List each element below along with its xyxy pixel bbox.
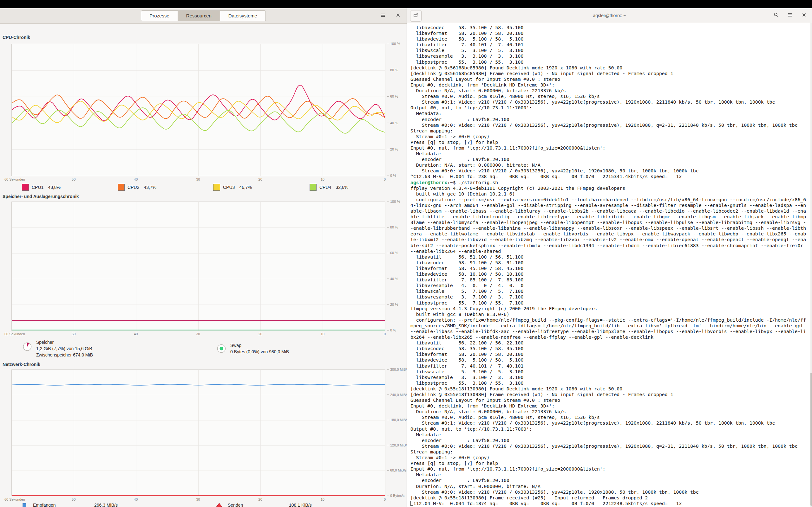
terminal-line: libavfilter 7. 40.101 / 7. 40.101 [410, 42, 812, 48]
terminal-line: configuration: --prefix=/home/nle/ffmpeg… [410, 317, 812, 323]
x-axis-label: 10 [321, 177, 324, 181]
terminal-line: libswresample 3. 7.100 / 3. 7.100 [410, 294, 812, 300]
terminal-cursor [410, 501, 413, 506]
terminal-line: Duration: N/A, start: 0.000000, bitrate:… [410, 162, 812, 168]
cpu-legend-value: 43,8% [48, 185, 61, 190]
terminal-line: encoder : Lavf58.20.100 [410, 157, 812, 162]
terminal-line: Stream #0:0: Audio: pcm_s16le, 48000 Hz,… [410, 94, 812, 99]
tab-prozesse[interactable]: Prozesse [141, 10, 178, 21]
tab-dateisysteme[interactable]: Dateisysteme [220, 10, 266, 21]
terminal-line: Stream #0:0: Video: v210 (V210 / 0x30313… [410, 168, 812, 174]
terminal-line: libavcodec 58. 35.100 / 58. 35.100 [410, 25, 812, 31]
terminal-line: built with gcc 8 (Debian 8.3.0-6) [410, 312, 812, 317]
terminal-line: ble-sdl2 --enable-pocketsphinx --enable-… [410, 243, 812, 248]
terminal-line: [decklink @ 0x56168bc85980] Found Deckli… [410, 65, 812, 71]
y-axis-label: 100 % [387, 42, 400, 46]
terminal-menu-button[interactable] [785, 10, 796, 21]
terminal-line: Stream #0:1: Video: v210 (V210 / 0x30313… [410, 99, 812, 105]
x-axis-label: 40 [134, 498, 138, 501]
x-axis-label: 20 [258, 177, 262, 181]
terminal-line: Stream mapping: [410, 449, 812, 455]
memory-y-axis: 100 %80 %60 %40 %20 %0 % [387, 202, 406, 330]
terminal-line: Press [q] to stop, [?] for help [410, 139, 812, 145]
x-axis-label: 50 [72, 177, 75, 181]
terminal-line: ble-libflite --enable-libfontconfig --en… [410, 214, 812, 220]
cpu-legend-label: CPU1 [32, 185, 44, 190]
terminal-line: Duration: N/A, start: 0.000000, bitrate:… [410, 484, 812, 489]
swap-legend: Swap 0 Bytes (0,0%) von 980,0 MiB [216, 339, 289, 355]
network-x-axis: 60 Sekunden50403020100 [11, 498, 385, 502]
cpu-color-swatch [213, 184, 220, 191]
y-axis-label: 20 % [387, 302, 398, 306]
terminal-line: libpostproc 55. 7.100 / 55. 7.100 [410, 300, 812, 306]
cpu-legend-item: CPU143,8% [22, 184, 61, 191]
terminal-line: Metadata: [410, 472, 812, 477]
send-rate-value: 108,1 KiB/s [289, 502, 312, 507]
menu-button[interactable] [377, 10, 388, 21]
terminal-line: -enable-librubberband --enable-libshine … [410, 225, 812, 231]
network-receive-legend: Empfangen 266,3 MiB/s Insgesamt empfange… [20, 502, 118, 507]
x-axis-label: 0 [384, 498, 386, 501]
terminal-line: libavutil 56. 51.100 / 56. 51.100 [410, 254, 812, 260]
send-label: Senden [228, 502, 287, 507]
terminal-line: libavformat 58. 20.100 / 58. 20.100 [410, 31, 812, 36]
network-chart-canvas [12, 370, 385, 496]
terminal-line: eora --enable-libtwolame --enable-libvid… [410, 231, 812, 237]
y-axis-label: 60 % [387, 251, 398, 255]
terminal-line: encoder : Lavf58.20.100 [410, 438, 812, 443]
terminal-line: [decklink @ 0x55e18f130980] Found Deckli… [410, 386, 812, 392]
terminal-line: Stream #0:1: Video: v210 (V210 / 0x30313… [410, 420, 812, 426]
terminal-scrollbar[interactable] [810, 23, 812, 507]
terminal-line: libavcodec 58. 35.100 / 58. 35.100 [410, 346, 812, 351]
terminal-scrollbar-thumb[interactable] [810, 373, 812, 506]
memory-chart-title: Speicher- und Auslagerungschronik [3, 194, 79, 199]
terminal-line: libavfilter 7. 40.101 / 7. 40.101 [410, 363, 812, 369]
terminal-line: encoder : Lavf58.20.100 [410, 117, 812, 122]
y-axis-label: 40 % [387, 277, 398, 281]
swap-legend-title: Swap [230, 342, 289, 349]
system-monitor-headerbar: Prozesse Ressourcen Dateisysteme [0, 8, 407, 24]
memory-pie-icon [22, 342, 32, 358]
cpu-chart-title: CPU-Chronik [3, 35, 30, 40]
memory-legend: Speicher 1,2 GiB (7,7%) von 15,6 GiB Zwi… [22, 339, 93, 358]
network-chart [11, 370, 386, 496]
terminal-line: libavcodec 58. 91.100 / 58. 91.100 [410, 260, 812, 266]
terminal-line: Stream #0:0: Audio: pcm_s16le, 48000 Hz,… [410, 414, 812, 420]
x-axis-label: 60 Sekunden [4, 177, 25, 181]
terminal-line: Guessed Channel Layout for Input Stream … [410, 76, 812, 82]
swap-usage-value: 0 Bytes (0,0%) von 980,0 MiB [230, 349, 289, 355]
cpu-legend-label: CPU4 [319, 185, 331, 190]
tab-ressourcen[interactable]: Ressourcen [178, 10, 220, 21]
x-axis-label: 60 Sekunden [4, 498, 25, 501]
close-button[interactable] [393, 10, 403, 21]
search-button[interactable] [771, 10, 781, 21]
memory-x-axis: 60 Sekunden50403020100 [11, 332, 385, 337]
terminal-window: agsler@thorrx: ~ libavcodec 58. 35.10 [407, 8, 812, 507]
terminal-line: 4-linux-gnu --arch=amd64 --enable-gpl --… [410, 203, 812, 208]
terminal-line: 112.04 M-V: 0.034 fd=1874 aq= 0KB vq= 0K… [410, 501, 812, 506]
y-axis-label: 40 % [387, 121, 398, 125]
terminal-line: libswscale 5. 3.100 / 5. 3.100 [410, 369, 812, 375]
x-axis-label: 50 [72, 332, 75, 336]
terminal-line: libswscale 5. 3.100 / 5. 3.100 [410, 48, 812, 53]
terminal-close-button[interactable] [799, 10, 809, 21]
x-axis-label: 0 [384, 177, 386, 181]
x-axis-label: 20 [258, 332, 262, 336]
terminal-line: Stream #0:0: Video: v210 (V210 / 0x30313… [410, 489, 812, 495]
y-axis-label: 0 Bytes/s [387, 494, 404, 498]
cpu-y-axis: 100 %80 %60 %40 %20 %0 % [387, 44, 406, 176]
prompt-command: ./startorig.sh [456, 180, 498, 185]
network-chart-title: Netzwerk-Chronik [3, 362, 40, 367]
cpu-chart [11, 44, 386, 176]
terminal-line: Input #0, nut, from 'tcp://10.73.1.11:70… [410, 466, 812, 472]
memory-cache-value: Zwischenspeicher 674,0 MiB [36, 352, 93, 358]
terminal-line: Guessed Channel Layout for Input Stream … [410, 397, 812, 403]
y-axis-label: 180,0 MiB/s [387, 418, 409, 422]
terminal-line: Input #0, decklink, from 'DeckLink HD Ex… [410, 82, 812, 88]
terminal-line: configuration: --prefix=/usr --extra-ver… [410, 197, 812, 203]
terminal-line: libavfilter 7. 85.100 / 7. 85.100 [410, 277, 812, 283]
y-axis-label: 0 % [387, 328, 396, 332]
memory-chart [11, 202, 386, 331]
close-icon [396, 13, 401, 19]
hamburger-menu-icon [380, 13, 386, 19]
